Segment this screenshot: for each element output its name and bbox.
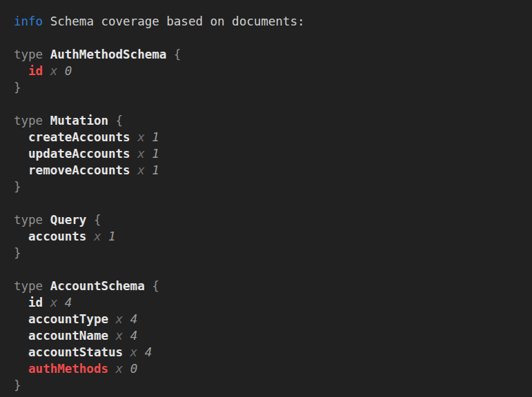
- field-name: accounts: [28, 230, 86, 243]
- times-label: x: [50, 296, 58, 309]
- field-line: accountType x 4: [14, 311, 532, 327]
- field-line: authMethods x 0: [14, 360, 532, 377]
- field-name: removeAccounts: [28, 163, 130, 177]
- open-brace: {: [174, 48, 181, 61]
- field-name: updateAccounts: [28, 147, 130, 161]
- close-brace-line: }: [14, 245, 532, 261]
- close-brace-line: }: [14, 377, 532, 394]
- field-line: accounts x 1: [14, 228, 532, 245]
- info-label: info: [14, 14, 43, 28]
- times-label: x: [130, 345, 138, 359]
- type-name: Query: [50, 213, 87, 227]
- field-name: authMethods: [28, 362, 108, 376]
- usage-count: 1: [108, 230, 116, 243]
- type-keyword: type: [14, 279, 43, 293]
- times-label: x: [116, 362, 124, 376]
- type-line: type Query {: [14, 212, 532, 228]
- blank-line: [14, 30, 532, 46]
- field-line: removeAccounts x 1: [14, 162, 532, 179]
- field-line: id x 0: [14, 63, 532, 79]
- field-line: updateAccounts x 1: [14, 145, 532, 162]
- open-brace: {: [152, 279, 159, 293]
- terminal-output: type AuthMethodSchema { id x 0}type Muta…: [14, 30, 532, 394]
- close-brace-line: }: [14, 179, 532, 195]
- times-label: x: [137, 130, 145, 144]
- type-line: type AuthMethodSchema {: [14, 46, 532, 63]
- field-name: accountStatus: [28, 345, 123, 359]
- close-brace-line: }: [14, 79, 532, 96]
- field-line: accountStatus x 4: [14, 344, 532, 360]
- blank-line: [14, 96, 532, 112]
- times-label: x: [94, 230, 101, 243]
- type-name: Mutation: [50, 114, 108, 128]
- field-name: createAccounts: [28, 130, 130, 144]
- times-label: x: [137, 163, 145, 177]
- usage-count: 4: [145, 345, 152, 359]
- type-keyword: type: [14, 114, 43, 128]
- field-name: id: [28, 296, 43, 309]
- usage-count: 0: [65, 64, 72, 78]
- info-message: Schema coverage based on documents:: [50, 14, 305, 28]
- usage-count: 1: [152, 163, 159, 177]
- open-brace: {: [94, 213, 101, 227]
- open-brace: {: [116, 114, 124, 128]
- field-line: createAccounts x 1: [14, 129, 532, 145]
- type-name: AuthMethodSchema: [50, 48, 167, 61]
- field-name: id: [28, 64, 43, 78]
- blank-line: [14, 195, 532, 212]
- type-name: AccountSchema: [50, 279, 145, 293]
- field-name: accountType: [28, 312, 108, 326]
- usage-count: 4: [130, 329, 138, 343]
- usage-count: 0: [130, 362, 138, 376]
- close-brace: }: [14, 81, 21, 94]
- field-name: accountName: [28, 329, 108, 343]
- type-keyword: type: [14, 213, 43, 227]
- field-line: accountName x 4: [14, 327, 532, 344]
- close-brace: }: [14, 180, 21, 194]
- times-label: x: [116, 312, 124, 326]
- times-label: x: [137, 147, 145, 161]
- type-keyword: type: [14, 48, 43, 61]
- times-label: x: [116, 329, 124, 343]
- type-line: type AccountSchema {: [14, 278, 532, 294]
- terminal[interactable]: info Schema coverage based on documents:…: [0, 0, 532, 397]
- usage-count: 4: [130, 312, 138, 326]
- usage-count: 1: [152, 147, 159, 161]
- usage-count: 4: [65, 296, 72, 309]
- type-line: type Mutation {: [14, 112, 532, 129]
- blank-line: [14, 261, 532, 278]
- usage-count: 1: [152, 130, 159, 144]
- close-brace: }: [14, 246, 21, 260]
- info-line: info Schema coverage based on documents:: [14, 13, 532, 30]
- field-line: id x 4: [14, 294, 532, 311]
- times-label: x: [50, 64, 58, 78]
- close-brace: }: [14, 378, 21, 392]
